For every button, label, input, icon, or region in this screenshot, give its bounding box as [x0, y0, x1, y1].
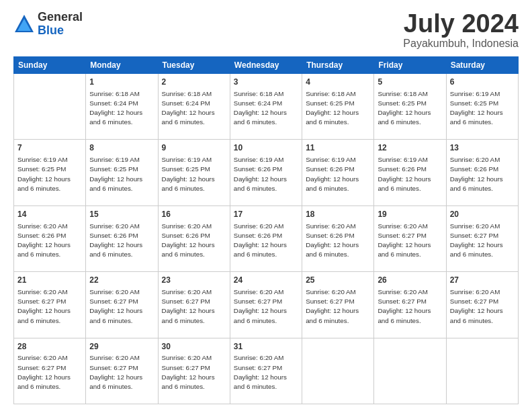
day-info: Sunrise: 6:19 AM Sunset: 6:25 PM Dayligh…	[450, 89, 515, 128]
day-info: Sunrise: 6:20 AM Sunset: 6:27 PM Dayligh…	[89, 287, 154, 326]
day-number: 26	[378, 275, 442, 286]
day-number: 4	[306, 77, 370, 88]
calendar-cell: 25Sunrise: 6:20 AM Sunset: 6:27 PM Dayli…	[302, 272, 374, 338]
location: Payakumbuh, Indonesia	[403, 38, 519, 50]
calendar-row-4: 28Sunrise: 6:20 AM Sunset: 6:27 PM Dayli…	[14, 338, 519, 404]
calendar-cell	[374, 338, 446, 404]
title-block: July 2024 Payakumbuh, Indonesia	[403, 11, 519, 50]
day-info: Sunrise: 6:20 AM Sunset: 6:27 PM Dayligh…	[234, 287, 298, 326]
calendar-cell: 7Sunrise: 6:19 AM Sunset: 6:25 PM Daylig…	[14, 140, 86, 205]
header-wednesday: Wednesday	[230, 57, 302, 74]
day-number: 15	[89, 209, 154, 220]
day-number: 24	[234, 275, 298, 286]
day-info: Sunrise: 6:18 AM Sunset: 6:25 PM Dayligh…	[378, 89, 442, 128]
day-info: Sunrise: 6:20 AM Sunset: 6:27 PM Dayligh…	[162, 353, 226, 392]
logo-text: General Blue	[38, 11, 83, 38]
day-number: 18	[306, 209, 370, 220]
day-number: 27	[450, 275, 515, 286]
calendar-cell: 21Sunrise: 6:20 AM Sunset: 6:27 PM Dayli…	[14, 272, 86, 338]
day-info: Sunrise: 6:20 AM Sunset: 6:27 PM Dayligh…	[378, 287, 442, 326]
day-number: 29	[89, 341, 154, 353]
logo-blue-text: Blue	[38, 24, 83, 38]
day-number: 21	[17, 275, 82, 286]
calendar-header-row: Sunday Monday Tuesday Wednesday Thursday…	[14, 57, 519, 74]
calendar-table: Sunday Monday Tuesday Wednesday Thursday…	[13, 56, 519, 404]
logo-general-text: General	[38, 11, 83, 24]
calendar-cell: 11Sunrise: 6:19 AM Sunset: 6:26 PM Dayli…	[302, 140, 374, 205]
calendar-cell: 31Sunrise: 6:20 AM Sunset: 6:27 PM Dayli…	[230, 338, 302, 404]
day-number: 19	[378, 209, 442, 220]
day-number: 12	[378, 142, 442, 154]
calendar-cell	[446, 338, 518, 404]
day-info: Sunrise: 6:18 AM Sunset: 6:24 PM Dayligh…	[162, 89, 226, 128]
calendar-cell: 3Sunrise: 6:18 AM Sunset: 6:24 PM Daylig…	[230, 74, 302, 140]
day-info: Sunrise: 6:19 AM Sunset: 6:26 PM Dayligh…	[306, 155, 370, 193]
header-tuesday: Tuesday	[158, 57, 230, 74]
day-info: Sunrise: 6:20 AM Sunset: 6:27 PM Dayligh…	[89, 353, 154, 392]
day-info: Sunrise: 6:19 AM Sunset: 6:25 PM Dayligh…	[162, 155, 226, 193]
page: General Blue July 2024 Payakumbuh, Indon…	[0, 0, 532, 411]
calendar-row-0: 1Sunrise: 6:18 AM Sunset: 6:24 PM Daylig…	[14, 74, 519, 140]
day-info: Sunrise: 6:20 AM Sunset: 6:27 PM Dayligh…	[450, 287, 515, 326]
day-number: 16	[162, 209, 226, 220]
calendar-cell: 8Sunrise: 6:19 AM Sunset: 6:25 PM Daylig…	[86, 140, 158, 205]
day-number: 9	[162, 142, 226, 154]
day-number: 25	[306, 275, 370, 286]
calendar-cell: 15Sunrise: 6:20 AM Sunset: 6:26 PM Dayli…	[86, 205, 158, 271]
calendar-cell: 10Sunrise: 6:19 AM Sunset: 6:26 PM Dayli…	[230, 140, 302, 205]
calendar-row-1: 7Sunrise: 6:19 AM Sunset: 6:25 PM Daylig…	[14, 140, 519, 205]
calendar-cell: 14Sunrise: 6:20 AM Sunset: 6:26 PM Dayli…	[14, 205, 86, 271]
day-number: 10	[234, 142, 298, 154]
calendar-cell: 22Sunrise: 6:20 AM Sunset: 6:27 PM Dayli…	[86, 272, 158, 338]
day-info: Sunrise: 6:19 AM Sunset: 6:26 PM Dayligh…	[378, 155, 442, 193]
calendar-cell: 27Sunrise: 6:20 AM Sunset: 6:27 PM Dayli…	[446, 272, 518, 338]
day-info: Sunrise: 6:18 AM Sunset: 6:24 PM Dayligh…	[89, 89, 154, 128]
day-number: 8	[89, 142, 154, 154]
header: General Blue July 2024 Payakumbuh, Indon…	[13, 11, 519, 50]
calendar-cell: 9Sunrise: 6:19 AM Sunset: 6:25 PM Daylig…	[158, 140, 230, 205]
header-sunday: Sunday	[14, 57, 86, 74]
header-monday: Monday	[86, 57, 158, 74]
calendar-cell: 19Sunrise: 6:20 AM Sunset: 6:27 PM Dayli…	[374, 205, 446, 271]
day-info: Sunrise: 6:20 AM Sunset: 6:26 PM Dayligh…	[306, 222, 370, 260]
day-info: Sunrise: 6:20 AM Sunset: 6:26 PM Dayligh…	[234, 222, 298, 260]
day-number: 11	[306, 142, 370, 154]
day-number: 20	[450, 209, 515, 220]
day-info: Sunrise: 6:20 AM Sunset: 6:27 PM Dayligh…	[450, 222, 515, 260]
day-info: Sunrise: 6:18 AM Sunset: 6:25 PM Dayligh…	[306, 89, 370, 128]
calendar-row-3: 21Sunrise: 6:20 AM Sunset: 6:27 PM Dayli…	[14, 272, 519, 338]
day-number: 14	[17, 209, 82, 220]
calendar-cell	[302, 338, 374, 404]
calendar-cell: 13Sunrise: 6:20 AM Sunset: 6:26 PM Dayli…	[446, 140, 518, 205]
day-number: 3	[234, 77, 298, 88]
calendar-cell: 26Sunrise: 6:20 AM Sunset: 6:27 PM Dayli…	[374, 272, 446, 338]
calendar-cell: 12Sunrise: 6:19 AM Sunset: 6:26 PM Dayli…	[374, 140, 446, 205]
day-info: Sunrise: 6:19 AM Sunset: 6:25 PM Dayligh…	[17, 155, 82, 193]
logo-icon	[13, 13, 35, 35]
day-info: Sunrise: 6:20 AM Sunset: 6:27 PM Dayligh…	[234, 353, 298, 392]
day-number: 2	[162, 77, 226, 88]
day-info: Sunrise: 6:20 AM Sunset: 6:26 PM Dayligh…	[89, 222, 154, 260]
calendar-cell	[14, 74, 86, 140]
day-number: 17	[234, 209, 298, 220]
day-number: 5	[378, 77, 442, 88]
calendar-cell: 4Sunrise: 6:18 AM Sunset: 6:25 PM Daylig…	[302, 74, 374, 140]
day-info: Sunrise: 6:18 AM Sunset: 6:24 PM Dayligh…	[234, 89, 298, 128]
day-info: Sunrise: 6:20 AM Sunset: 6:27 PM Dayligh…	[17, 353, 82, 392]
day-info: Sunrise: 6:19 AM Sunset: 6:26 PM Dayligh…	[234, 155, 298, 193]
calendar-cell: 23Sunrise: 6:20 AM Sunset: 6:27 PM Dayli…	[158, 272, 230, 338]
day-number: 7	[17, 142, 82, 154]
calendar-cell: 5Sunrise: 6:18 AM Sunset: 6:25 PM Daylig…	[374, 74, 446, 140]
header-thursday: Thursday	[302, 57, 374, 74]
calendar-cell: 2Sunrise: 6:18 AM Sunset: 6:24 PM Daylig…	[158, 74, 230, 140]
calendar-cell: 16Sunrise: 6:20 AM Sunset: 6:26 PM Dayli…	[158, 205, 230, 271]
logo: General Blue	[13, 11, 83, 38]
day-info: Sunrise: 6:20 AM Sunset: 6:26 PM Dayligh…	[17, 222, 82, 260]
day-info: Sunrise: 6:20 AM Sunset: 6:27 PM Dayligh…	[162, 287, 226, 326]
day-number: 1	[89, 77, 154, 88]
calendar-cell: 28Sunrise: 6:20 AM Sunset: 6:27 PM Dayli…	[14, 338, 86, 404]
day-info: Sunrise: 6:20 AM Sunset: 6:27 PM Dayligh…	[378, 222, 442, 260]
day-number: 30	[162, 341, 226, 353]
day-info: Sunrise: 6:20 AM Sunset: 6:26 PM Dayligh…	[162, 222, 226, 260]
day-number: 23	[162, 275, 226, 286]
